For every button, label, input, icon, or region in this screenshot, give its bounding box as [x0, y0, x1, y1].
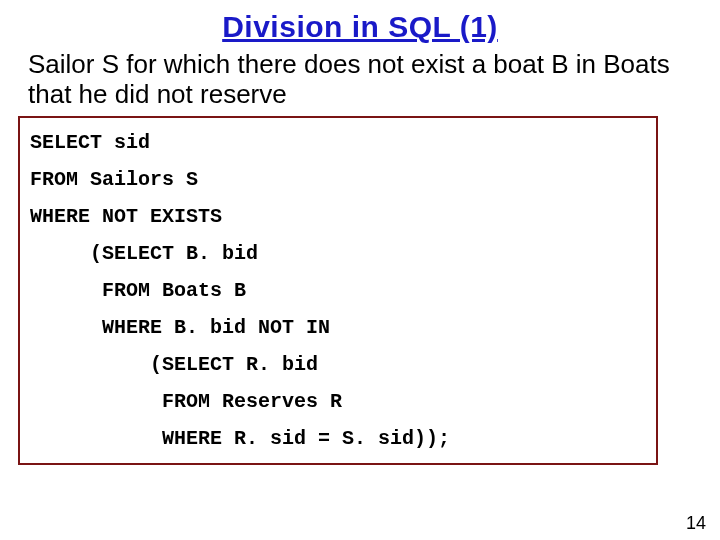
code-line: WHERE R. sid = S. sid)); [30, 427, 450, 450]
code-line: WHERE B. bid NOT IN [30, 316, 330, 339]
code-line: (SELECT R. bid [30, 353, 318, 376]
code-line: FROM Reserves R [30, 390, 342, 413]
slide-title: Division in SQL (1) [0, 10, 720, 44]
code-line: SELECT sid [30, 131, 150, 154]
code-line: (SELECT B. bid [30, 242, 258, 265]
sql-code-block: SELECT sid FROM Sailors S WHERE NOT EXIS… [18, 116, 658, 465]
code-line: FROM Boats B [30, 279, 246, 302]
slide: Division in SQL (1) Sailor S for which t… [0, 10, 720, 540]
page-number: 14 [686, 513, 706, 534]
code-line: FROM Sailors S [30, 168, 198, 191]
code-line: WHERE NOT EXISTS [30, 205, 222, 228]
slide-description: Sailor S for which there does not exist … [28, 50, 692, 110]
